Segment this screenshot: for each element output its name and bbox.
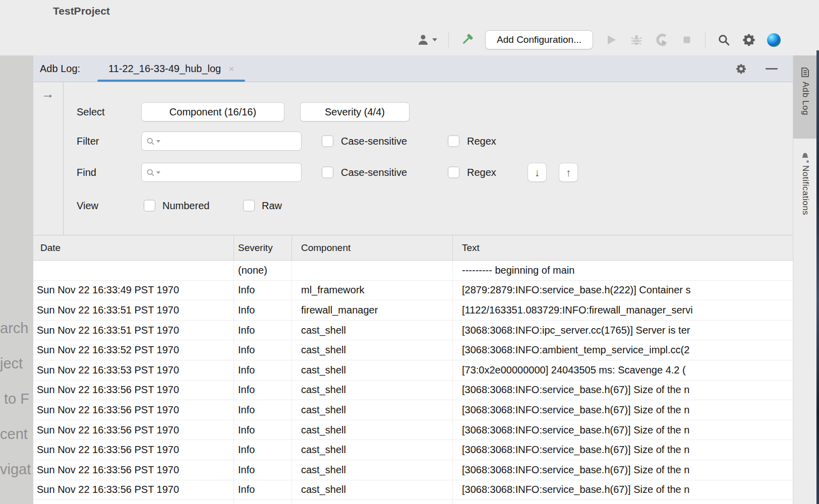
project-title: TestProject bbox=[53, 5, 110, 17]
titlebar: TestProject Add Configuration... bbox=[0, 0, 819, 55]
table-row[interactable]: Sun Nov 22 16:33:56 PST 1970Infocast_she… bbox=[33, 460, 793, 480]
table-row[interactable]: Sun Nov 22 16:33:49 PST 1970Infoml_frame… bbox=[33, 281, 793, 301]
cell-component bbox=[291, 261, 452, 280]
table-row[interactable]: Sun Nov 22 16:33:56 PST 1970Infocast_she… bbox=[33, 500, 793, 504]
cell-severity: Info bbox=[233, 500, 291, 504]
run-icon[interactable] bbox=[604, 33, 618, 47]
adb-log-toolwindow: Adb Log: 11-22_16-33-49_hub_log × → Sele… bbox=[33, 55, 793, 504]
tab-label: 11-22_16-33-49_hub_log bbox=[108, 63, 221, 75]
tool-window-tab-adb-log[interactable]: Adb Log bbox=[793, 55, 817, 139]
column-header-component[interactable]: Component bbox=[291, 235, 452, 260]
search-options-caret-icon bbox=[156, 171, 160, 174]
column-header-severity[interactable]: Severity bbox=[233, 235, 291, 260]
cell-date: Sun Nov 22 16:33:56 PST 1970 bbox=[33, 400, 233, 420]
cell-severity: Info bbox=[233, 381, 291, 400]
tool-window-bar: Adb Log Notifications bbox=[793, 55, 817, 504]
log-file-tab[interactable]: 11-22_16-33-49_hub_log × bbox=[97, 55, 245, 82]
profiler-icon[interactable] bbox=[655, 33, 669, 47]
document-icon bbox=[801, 68, 809, 77]
find-search-box[interactable] bbox=[141, 163, 302, 182]
column-header-text[interactable]: Text bbox=[452, 235, 793, 260]
background-text-fragment: vigat bbox=[0, 461, 31, 478]
filter-case-sensitive-checkbox[interactable] bbox=[322, 136, 333, 147]
table-row[interactable]: Sun Nov 22 16:33:53 PST 1970Infocast_she… bbox=[33, 360, 793, 381]
cell-text: [3068:3068:INFO:service_base.h(67)] Size… bbox=[452, 500, 793, 504]
chevron-down-icon bbox=[432, 38, 437, 41]
find-label: Find bbox=[77, 167, 96, 178]
filter-input[interactable] bbox=[162, 136, 297, 147]
user-profile-button[interactable] bbox=[417, 33, 437, 47]
table-row[interactable]: Sun Nov 22 16:33:51 PST 1970Infocast_she… bbox=[33, 321, 793, 341]
table-row[interactable]: Sun Nov 22 16:33:51 PST 1970Infofirewall… bbox=[33, 300, 793, 321]
toolwindow-header: Adb Log: 11-22_16-33-49_hub_log × bbox=[33, 55, 793, 82]
add-configuration-button[interactable]: Add Configuration... bbox=[485, 30, 593, 49]
cell-date: Sun Nov 22 16:33:56 PST 1970 bbox=[33, 420, 233, 440]
cell-date: Sun Nov 22 16:33:56 PST 1970 bbox=[33, 460, 233, 480]
cell-severity: (none) bbox=[233, 261, 291, 280]
find-regex-checkbox[interactable] bbox=[448, 167, 459, 178]
table-row[interactable]: (none)--------- beginning of main bbox=[33, 261, 793, 281]
cell-text: [3068:3068:INFO:service_base.h(67)] Size… bbox=[452, 400, 793, 420]
cell-component: firewall_manager bbox=[291, 300, 452, 320]
cell-severity: Info bbox=[233, 480, 291, 500]
table-row[interactable]: Sun Nov 22 16:33:56 PST 1970Infocast_she… bbox=[33, 381, 793, 401]
stop-icon[interactable] bbox=[680, 33, 694, 47]
cell-text: [3068:3068:INFO:service_base.h(67)] Size… bbox=[452, 480, 793, 500]
debug-bug-icon[interactable] bbox=[629, 33, 644, 47]
raw-checkbox[interactable] bbox=[243, 200, 255, 212]
column-header-date[interactable]: Date bbox=[33, 235, 233, 260]
regex-label: Regex bbox=[467, 136, 496, 147]
table-row[interactable]: Sun Nov 22 16:33:56 PST 1970Infocast_she… bbox=[33, 400, 793, 420]
filter-row: Filter Case-sensitive Regex bbox=[33, 132, 793, 151]
cell-severity: Info bbox=[233, 440, 291, 460]
cell-component: cast_shell bbox=[291, 460, 452, 480]
table-row[interactable]: Sun Nov 22 16:33:56 PST 1970Infocast_she… bbox=[33, 420, 793, 440]
find-next-button[interactable]: ↓ bbox=[528, 163, 547, 182]
cell-date: Sun Nov 22 16:33:51 PST 1970 bbox=[33, 300, 233, 320]
cell-text: [3068:3068:INFO:ambient_temp_service_imp… bbox=[452, 340, 793, 360]
hide-panel-arrow-icon[interactable]: → bbox=[41, 87, 54, 100]
cell-severity: Info bbox=[233, 281, 291, 300]
table-row[interactable]: Sun Nov 22 16:33:56 PST 1970Infocast_she… bbox=[33, 440, 793, 460]
find-previous-button[interactable]: ↑ bbox=[559, 163, 578, 182]
cell-date bbox=[33, 261, 233, 280]
component-filter-button[interactable]: Component (16/16) bbox=[141, 102, 284, 121]
user-icon bbox=[417, 33, 430, 46]
select-label: Select bbox=[77, 106, 105, 118]
tab-close-icon[interactable]: × bbox=[228, 64, 234, 74]
find-case-sensitive-checkbox[interactable] bbox=[322, 167, 333, 178]
cell-text: [3068:3068:INFO:ipc_server.cc(1765)] Ser… bbox=[452, 321, 793, 340]
numbered-checkbox[interactable] bbox=[144, 200, 155, 212]
bell-icon bbox=[800, 152, 810, 161]
find-input[interactable] bbox=[162, 167, 297, 178]
background-window: arch ject to F cent vigat bbox=[0, 55, 33, 504]
severity-filter-button[interactable]: Severity (4/4) bbox=[300, 102, 410, 121]
search-icon bbox=[146, 168, 155, 177]
cell-text: [3068:3068:INFO:service_base.h(67)] Size… bbox=[452, 460, 793, 480]
table-row[interactable]: Sun Nov 22 16:33:52 PST 1970Infocast_she… bbox=[33, 340, 793, 360]
desktop-background-sliver bbox=[816, 50, 819, 504]
search-icon[interactable] bbox=[717, 33, 731, 47]
tool-window-tab-notifications[interactable]: Notifications bbox=[793, 145, 817, 215]
panel-settings-gear-icon[interactable] bbox=[736, 64, 746, 74]
assistant-sphere-icon[interactable] bbox=[767, 33, 781, 47]
main-toolbar: Add Configuration... bbox=[417, 28, 781, 51]
cell-component: ml_framework bbox=[291, 281, 452, 300]
background-text-fragment: cent bbox=[0, 426, 28, 443]
filter-regex-checkbox[interactable] bbox=[448, 136, 459, 147]
filter-search-box[interactable] bbox=[141, 132, 302, 151]
cell-severity: Info bbox=[233, 460, 291, 480]
table-row[interactable]: Sun Nov 22 16:33:56 PST 1970Infocast_she… bbox=[33, 480, 793, 500]
cell-component: cast_shell bbox=[291, 420, 452, 440]
cell-severity: Info bbox=[233, 321, 291, 340]
numbered-label: Numbered bbox=[162, 200, 209, 212]
cell-severity: Info bbox=[233, 300, 291, 320]
cell-component: cast_shell bbox=[291, 340, 452, 360]
cell-component: cast_shell bbox=[291, 440, 452, 460]
cell-text: [1122/163351.083729:INFO:firewall_manage… bbox=[452, 300, 793, 320]
cell-component: cast_shell bbox=[291, 381, 452, 400]
minimize-icon[interactable] bbox=[766, 64, 778, 74]
settings-gear-icon[interactable] bbox=[742, 33, 756, 47]
build-hammer-icon[interactable] bbox=[460, 33, 474, 47]
cell-text: [2879:2879:INFO:service_base.h(222)] Con… bbox=[452, 281, 793, 300]
